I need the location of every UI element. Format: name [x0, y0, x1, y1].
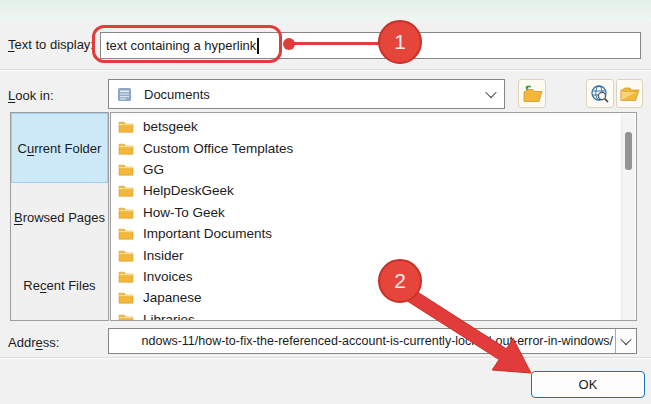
folder-rows: betsgeek Custom Office Templates GG Help… [111, 116, 636, 321]
sidebar-item-recent-files[interactable]: Recent Files [11, 252, 108, 320]
documents-icon [117, 87, 132, 102]
chevron-down-icon [485, 87, 496, 98]
folder-name: HelpDeskGeek [143, 183, 234, 198]
sidebar-item-label: Current Folder [18, 141, 102, 156]
folder-icon [118, 184, 134, 197]
text-to-display-label: Text to display: [8, 37, 94, 52]
browse-the-web-button[interactable] [586, 79, 614, 108]
folder-icon [118, 120, 134, 133]
folder-item[interactable]: Important Documents [111, 223, 636, 244]
folder-list: betsgeek Custom Office Templates GG Help… [110, 112, 637, 321]
folder-icon [118, 291, 134, 304]
folder-icon [118, 163, 134, 176]
browse-the-web-icon [590, 84, 610, 104]
folder-item[interactable]: Japanese [111, 287, 636, 308]
sidebar-item-current-folder[interactable]: Current Folder [11, 113, 108, 183]
folder-name: Insider [143, 248, 184, 263]
dialog-top-strip [0, 0, 651, 21]
folder-icon [118, 227, 134, 240]
folder-name: betsgeek [143, 119, 198, 134]
ok-button-label: OK [579, 377, 598, 392]
address-input[interactable]: ndows-11/how-to-fix-the-referenced-accou… [109, 334, 615, 348]
folder-item[interactable]: HelpDeskGeek [111, 180, 636, 201]
divider-bottom [0, 357, 651, 359]
up-one-folder-button[interactable] [518, 79, 546, 108]
sidebar-item-label: Browsed Pages [14, 210, 105, 225]
browse-for-file-button[interactable] [616, 79, 643, 108]
folder-item[interactable]: Invoices [111, 266, 636, 287]
text-to-display-input[interactable]: text containing a hyperlink [100, 32, 641, 59]
folder-name: Invoices [143, 269, 193, 284]
folder-name: Custom Office Templates [143, 141, 293, 156]
sidebar-item-browsed-pages[interactable]: Browsed Pages [11, 183, 108, 251]
folder-item[interactable]: How-To Geek [111, 202, 636, 223]
folder-name: Libraries [143, 312, 195, 321]
address-combobox[interactable]: ndows-11/how-to-fix-the-referenced-accou… [108, 328, 637, 354]
link-to-sidebar: Current Folder Browsed Pages Recent File… [10, 112, 109, 321]
look-in-selected-value: Documents [144, 87, 210, 102]
folder-item[interactable]: betsgeek [111, 116, 636, 137]
folder-icon [118, 249, 134, 262]
text-caret [257, 38, 259, 54]
scrollbar-thumb[interactable] [625, 132, 632, 170]
look-in-dropdown[interactable]: Documents [108, 79, 505, 109]
folder-item[interactable]: Libraries [111, 309, 636, 321]
folder-name: Important Documents [143, 226, 272, 241]
folder-item[interactable]: Custom Office Templates [111, 137, 636, 158]
look-in-chevron-button[interactable] [478, 80, 504, 108]
address-label: Address: [8, 335, 59, 350]
folder-icon [118, 142, 134, 155]
divider-top [0, 69, 651, 71]
folder-item[interactable]: GG [111, 159, 636, 180]
scrollbar-track[interactable] [621, 114, 635, 321]
folder-icon [118, 313, 134, 321]
folder-name: GG [143, 162, 164, 177]
up-one-folder-icon [522, 84, 543, 103]
folder-item[interactable]: Insider [111, 244, 636, 265]
sidebar-item-label: Recent Files [23, 278, 95, 293]
folder-name: Japanese [143, 290, 202, 305]
folder-icon [118, 270, 134, 283]
look-in-label: Look in: [8, 88, 54, 103]
folder-name: How-To Geek [143, 205, 225, 220]
browse-for-file-icon [619, 85, 640, 102]
ok-button[interactable]: OK [531, 371, 645, 398]
folder-icon [118, 206, 134, 219]
chevron-down-icon [620, 334, 631, 345]
address-dropdown-button[interactable] [615, 329, 636, 353]
